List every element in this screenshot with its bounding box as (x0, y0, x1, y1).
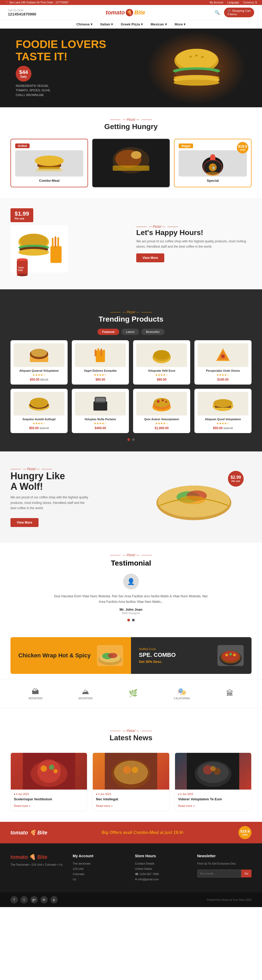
news-pizza-label: — Pizza! — (123, 729, 139, 733)
news-food-svg-2 (105, 753, 157, 789)
main-nav: Chinese ▾ Italian ▾ Greek Pizza ▾ Mexica… (0, 20, 262, 29)
prod-name-8: Aliquam Quod Voluptatem (197, 418, 248, 421)
footer-newsletter-title: Newsletter (197, 854, 252, 858)
prod-svg-6 (88, 395, 112, 413)
social-links: f t g+ in p (11, 896, 58, 904)
promo-text-2: Stuffed Crust SPE. COMBO Get 30% Desc. (139, 648, 176, 663)
svg-rect-17 (113, 165, 149, 171)
social-twitter[interactable]: t (21, 896, 28, 904)
prod-price-4: $100.00 (197, 378, 248, 382)
testimonial-role: Web Designer (11, 611, 251, 615)
tab-bestseller[interactable]: Bestseller (141, 329, 164, 335)
svg-point-41 (31, 349, 47, 357)
newsletter-form: Go (197, 870, 252, 877)
trending-title: — Pizza! — Trending Products (11, 300, 251, 329)
testimonial-author: Mr. John Joan (11, 608, 251, 611)
topbar-language[interactable]: Language (227, 1, 239, 4)
prod-svg-5 (27, 395, 51, 413)
prod-img-7 (136, 392, 187, 415)
footer-link-4[interactable]: Us (73, 877, 127, 882)
dot-2[interactable] (132, 438, 135, 441)
hw-view-more-button[interactable]: View More (11, 518, 38, 527)
trending-section: — Pizza! — Trending Products Featured La… (0, 290, 262, 452)
svg-point-1 (176, 49, 217, 70)
prod-img-3 (136, 344, 187, 367)
search-icon[interactable]: 🔍 (215, 10, 220, 15)
svg-point-61 (153, 398, 169, 407)
svg-rect-43 (95, 349, 96, 356)
prod-stars-7: ★★★★☆ (136, 422, 187, 425)
brand-icon-2: ⛰ (82, 687, 89, 696)
hw-price-badge: $2.99 Per one (228, 471, 244, 487)
gh-card-label-1: Grilled (15, 143, 30, 148)
svg-point-52 (221, 355, 225, 358)
svg-point-86 (41, 765, 47, 772)
news-food-svg-1 (23, 753, 75, 789)
hero-section: FOODIE LOVERS TASTE IT! $44 Daily INGRED… (0, 29, 262, 107)
nav-more[interactable]: More ▾ (175, 22, 186, 26)
cart-label: Shopping Cart (232, 9, 251, 12)
getting-hungry-section: — Pizza! — Getting Hungry Grilled Combo-… (0, 107, 262, 198)
brand-2: ⛰ MOUNTAIN (79, 687, 93, 700)
footer-link-1[interactable]: The dectorate (73, 861, 127, 866)
footer-phone1: ☎ 1234-567-7890 (135, 872, 189, 877)
product-card-1: Aliquam Quaerat Voluptatem ★★★★☆ $50.00 … (11, 340, 68, 385)
hh-pizza-label: — Pizza! — (149, 225, 165, 229)
hh-description: We are proud of our coffee shop with the… (136, 239, 251, 249)
prod-img-8 (197, 392, 248, 415)
newsletter-submit-button[interactable]: Go (241, 870, 251, 877)
product-card-6: Voluptas Nulla Partatur ★★★★☆ $400.00 (72, 389, 129, 433)
news-divider-left (110, 731, 120, 731)
hungry-wolf-section: — Pizza! — Hungry LikeA Wolf! We are pro… (0, 452, 262, 543)
header-logo[interactable]: tomato 🍕 Bite (106, 9, 145, 16)
prod-name-4: Perspiciatis Unde Omnis (197, 369, 248, 372)
nav-greek-pizza[interactable]: Greek Pizza ▾ (121, 22, 143, 26)
dot-1[interactable] (127, 438, 130, 441)
test-dot-1[interactable] (127, 619, 130, 621)
nav-italian[interactable]: Italian ▾ (100, 22, 113, 26)
burger-svg (165, 45, 228, 92)
social-googleplus[interactable]: g+ (30, 896, 38, 904)
testimonial-avatar: 👤 (123, 574, 139, 589)
topbar-account[interactable]: My Account (210, 1, 223, 4)
news-img-3 (175, 753, 251, 789)
prod-price-6: $400.00 (75, 426, 126, 430)
news-title-2: Nec Intellegat (96, 797, 166, 801)
promo-title-1: Chicken Wrap Hot & Spicy (18, 652, 91, 659)
promo-img-2 (218, 645, 244, 666)
social-linkedin[interactable]: in (40, 896, 48, 904)
topbar-currency[interactable]: Currency: $ (243, 1, 257, 4)
svg-rect-31 (52, 238, 54, 248)
footer-col-account: My Account The dectorate 124 Unit Colora… (73, 854, 127, 882)
product-card-3: Voluprate Velit Esse ★★★★☆ $80.00 (133, 340, 190, 385)
tab-featured[interactable]: Featured (98, 329, 119, 335)
news-link-1[interactable]: Read more » (14, 804, 31, 807)
newsletter-input[interactable] (197, 870, 241, 877)
nav-chinese[interactable]: Chinese ▾ (76, 22, 93, 26)
promo-subtitle-2: Get 30% Desc. (139, 660, 176, 663)
footer-about-text: The Dectorate • 124 Unit • Colorado • Us (11, 862, 65, 867)
footer-link-2[interactable]: 124 Unit (73, 866, 127, 872)
test-dot-2[interactable] (132, 619, 135, 621)
tab-latest[interactable]: Latest (121, 329, 139, 335)
prod-svg-7 (150, 395, 174, 413)
prod-svg-2 (88, 346, 112, 364)
nav-mexican[interactable]: Mexican ▾ (151, 22, 167, 26)
test-divider-right (142, 555, 152, 555)
trending-title-text: Trending Products (16, 315, 246, 323)
news-link-3[interactable]: Read more » (178, 804, 195, 807)
cart-button[interactable]: 🛒 Shopping Cart 0 items (224, 8, 254, 18)
logo-tomato: tomato (106, 9, 125, 16)
hw-food-image: $2.99 Per one (136, 468, 251, 526)
prod-price-5: $50.00 $100.00 (14, 426, 65, 430)
trending-pizza-label-wrapper: — Pizza! — (16, 310, 246, 314)
hh-left: $1.99 Per one Coca Cola (11, 208, 126, 279)
footer-link-3[interactable]: Colorado (73, 872, 127, 877)
hh-view-more-button[interactable]: View More (136, 253, 164, 262)
svg-point-12 (35, 156, 64, 166)
hero-burger-image (147, 31, 246, 105)
social-facebook[interactable]: f (11, 896, 18, 904)
wrap-svg (149, 468, 238, 526)
news-link-2[interactable]: Read more » (96, 804, 113, 807)
social-pinterest[interactable]: p (50, 896, 58, 904)
